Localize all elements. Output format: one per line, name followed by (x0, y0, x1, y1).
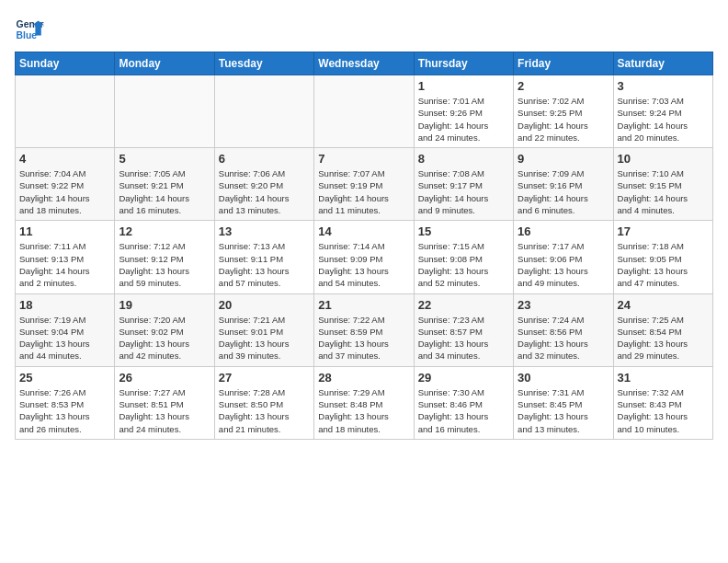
cell-content: Sunrise: 7:15 AM Sunset: 9:08 PM Dayligh… (418, 240, 509, 289)
logo: General Blue (15, 15, 44, 44)
calendar-cell: 5Sunrise: 7:05 AM Sunset: 9:21 PM Daylig… (115, 148, 214, 221)
cell-content: Sunrise: 7:19 AM Sunset: 9:04 PM Dayligh… (19, 314, 110, 362)
calendar-cell: 18Sunrise: 7:19 AM Sunset: 9:04 PM Dayli… (16, 293, 115, 366)
day-number: 31 (618, 371, 709, 385)
day-number: 23 (518, 298, 609, 312)
page-header: General Blue (15, 15, 713, 44)
calendar-cell: 7Sunrise: 7:07 AM Sunset: 9:19 PM Daylig… (314, 148, 414, 221)
calendar-cell: 14Sunrise: 7:14 AM Sunset: 9:09 PM Dayli… (314, 221, 414, 293)
day-number: 13 (219, 224, 310, 238)
calendar-cell: 22Sunrise: 7:23 AM Sunset: 8:57 PM Dayli… (414, 293, 513, 366)
logo-icon: General Blue (15, 15, 44, 44)
calendar-cell (214, 75, 313, 148)
calendar-cell: 19Sunrise: 7:20 AM Sunset: 9:02 PM Dayli… (115, 293, 214, 366)
cell-content: Sunrise: 7:09 AM Sunset: 9:16 PM Dayligh… (518, 167, 609, 216)
calendar-cell: 3Sunrise: 7:03 AM Sunset: 9:24 PM Daylig… (613, 75, 712, 148)
cell-content: Sunrise: 7:29 AM Sunset: 8:48 PM Dayligh… (318, 386, 409, 435)
calendar-week-row: 4Sunrise: 7:04 AM Sunset: 9:22 PM Daylig… (16, 148, 713, 221)
calendar-cell (314, 75, 414, 148)
day-number: 8 (418, 152, 509, 166)
day-number: 20 (219, 298, 310, 312)
day-header: Wednesday (314, 52, 414, 75)
day-number: 21 (318, 298, 409, 312)
calendar-cell: 31Sunrise: 7:32 AM Sunset: 8:43 PM Dayli… (613, 366, 712, 439)
day-number: 4 (19, 152, 110, 166)
calendar-cell: 9Sunrise: 7:09 AM Sunset: 9:16 PM Daylig… (514, 148, 613, 221)
day-number: 2 (518, 79, 609, 93)
day-number: 16 (518, 224, 609, 238)
cell-content: Sunrise: 7:06 AM Sunset: 9:20 PM Dayligh… (219, 167, 310, 216)
calendar-cell: 21Sunrise: 7:22 AM Sunset: 8:59 PM Dayli… (314, 293, 414, 366)
calendar-cell: 30Sunrise: 7:31 AM Sunset: 8:45 PM Dayli… (514, 366, 613, 439)
calendar-cell: 17Sunrise: 7:18 AM Sunset: 9:05 PM Dayli… (613, 221, 712, 293)
cell-content: Sunrise: 7:20 AM Sunset: 9:02 PM Dayligh… (119, 314, 210, 362)
day-header: Saturday (613, 52, 712, 75)
day-number: 15 (418, 224, 509, 238)
cell-content: Sunrise: 7:26 AM Sunset: 8:53 PM Dayligh… (19, 386, 110, 435)
cell-content: Sunrise: 7:18 AM Sunset: 9:05 PM Dayligh… (618, 240, 709, 289)
calendar-cell (16, 75, 115, 148)
cell-content: Sunrise: 7:08 AM Sunset: 9:17 PM Dayligh… (418, 167, 509, 216)
calendar-cell: 24Sunrise: 7:25 AM Sunset: 8:54 PM Dayli… (613, 293, 712, 366)
calendar-cell: 28Sunrise: 7:29 AM Sunset: 8:48 PM Dayli… (314, 366, 414, 439)
calendar-cell: 23Sunrise: 7:24 AM Sunset: 8:56 PM Dayli… (514, 293, 613, 366)
cell-content: Sunrise: 7:02 AM Sunset: 9:25 PM Dayligh… (518, 95, 609, 144)
cell-content: Sunrise: 7:32 AM Sunset: 8:43 PM Dayligh… (618, 386, 709, 435)
calendar-cell: 4Sunrise: 7:04 AM Sunset: 9:22 PM Daylig… (16, 148, 115, 221)
cell-content: Sunrise: 7:31 AM Sunset: 8:45 PM Dayligh… (518, 386, 609, 435)
calendar-week-row: 11Sunrise: 7:11 AM Sunset: 9:13 PM Dayli… (16, 221, 713, 293)
day-number: 18 (19, 298, 110, 312)
day-header: Thursday (414, 52, 513, 75)
day-number: 9 (518, 152, 609, 166)
day-number: 14 (318, 224, 409, 238)
day-header: Friday (514, 52, 613, 75)
cell-content: Sunrise: 7:12 AM Sunset: 9:12 PM Dayligh… (119, 240, 210, 289)
day-number: 10 (618, 152, 709, 166)
cell-content: Sunrise: 7:14 AM Sunset: 9:09 PM Dayligh… (318, 240, 409, 289)
calendar-cell: 1Sunrise: 7:01 AM Sunset: 9:26 PM Daylig… (414, 75, 513, 148)
calendar-header-row: SundayMondayTuesdayWednesdayThursdayFrid… (16, 52, 713, 75)
day-number: 5 (119, 152, 210, 166)
day-header: Sunday (16, 52, 115, 75)
cell-content: Sunrise: 7:24 AM Sunset: 8:56 PM Dayligh… (518, 314, 609, 362)
day-number: 19 (119, 298, 210, 312)
calendar-week-row: 1Sunrise: 7:01 AM Sunset: 9:26 PM Daylig… (16, 75, 713, 148)
cell-content: Sunrise: 7:21 AM Sunset: 9:01 PM Dayligh… (219, 314, 310, 362)
cell-content: Sunrise: 7:17 AM Sunset: 9:06 PM Dayligh… (518, 240, 609, 289)
day-number: 26 (119, 371, 210, 385)
calendar-body: 1Sunrise: 7:01 AM Sunset: 9:26 PM Daylig… (16, 75, 713, 440)
cell-content: Sunrise: 7:05 AM Sunset: 9:21 PM Dayligh… (119, 167, 210, 216)
day-number: 28 (318, 371, 409, 385)
calendar-week-row: 18Sunrise: 7:19 AM Sunset: 9:04 PM Dayli… (16, 293, 713, 366)
day-number: 11 (19, 224, 110, 238)
calendar-cell: 6Sunrise: 7:06 AM Sunset: 9:20 PM Daylig… (214, 148, 313, 221)
day-number: 25 (19, 371, 110, 385)
cell-content: Sunrise: 7:11 AM Sunset: 9:13 PM Dayligh… (19, 240, 110, 289)
calendar-cell: 25Sunrise: 7:26 AM Sunset: 8:53 PM Dayli… (16, 366, 115, 439)
calendar-cell: 8Sunrise: 7:08 AM Sunset: 9:17 PM Daylig… (414, 148, 513, 221)
calendar-cell: 15Sunrise: 7:15 AM Sunset: 9:08 PM Dayli… (414, 221, 513, 293)
day-number: 30 (518, 371, 609, 385)
cell-content: Sunrise: 7:10 AM Sunset: 9:15 PM Dayligh… (618, 167, 709, 216)
calendar-cell: 11Sunrise: 7:11 AM Sunset: 9:13 PM Dayli… (16, 221, 115, 293)
calendar-cell: 27Sunrise: 7:28 AM Sunset: 8:50 PM Dayli… (214, 366, 313, 439)
calendar-table: SundayMondayTuesdayWednesdayThursdayFrid… (15, 52, 713, 440)
day-header: Monday (115, 52, 214, 75)
day-header: Tuesday (214, 52, 313, 75)
cell-content: Sunrise: 7:30 AM Sunset: 8:46 PM Dayligh… (418, 386, 509, 435)
calendar-week-row: 25Sunrise: 7:26 AM Sunset: 8:53 PM Dayli… (16, 366, 713, 439)
day-number: 29 (418, 371, 509, 385)
cell-content: Sunrise: 7:13 AM Sunset: 9:11 PM Dayligh… (219, 240, 310, 289)
cell-content: Sunrise: 7:27 AM Sunset: 8:51 PM Dayligh… (119, 386, 210, 435)
cell-content: Sunrise: 7:07 AM Sunset: 9:19 PM Dayligh… (318, 167, 409, 216)
cell-content: Sunrise: 7:01 AM Sunset: 9:26 PM Dayligh… (418, 95, 509, 144)
cell-content: Sunrise: 7:03 AM Sunset: 9:24 PM Dayligh… (618, 95, 709, 144)
day-number: 7 (318, 152, 409, 166)
day-number: 17 (618, 224, 709, 238)
calendar-cell (115, 75, 214, 148)
day-number: 1 (418, 79, 509, 93)
cell-content: Sunrise: 7:25 AM Sunset: 8:54 PM Dayligh… (618, 314, 709, 362)
calendar-cell: 29Sunrise: 7:30 AM Sunset: 8:46 PM Dayli… (414, 366, 513, 439)
day-number: 3 (618, 79, 709, 93)
calendar-cell: 26Sunrise: 7:27 AM Sunset: 8:51 PM Dayli… (115, 366, 214, 439)
